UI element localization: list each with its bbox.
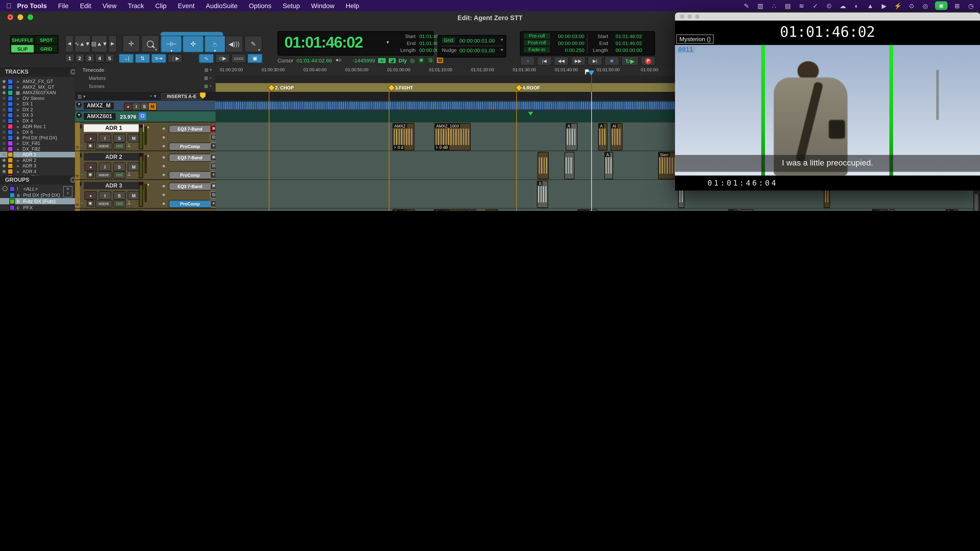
menu-item-audiosuite[interactable]: AudioSuite	[200, 2, 243, 10]
scrub-tool[interactable]: ◀)))	[225, 36, 243, 52]
devices-check-icon[interactable]: ✓	[811, 2, 819, 9]
monitor-circle-icon[interactable]: ◔	[80, 172, 83, 178]
clip-fx-icon[interactable]: ◪	[389, 58, 396, 63]
zoom-right-button[interactable]: ▶	[108, 35, 117, 52]
insert-procomp[interactable]: ProComp	[169, 143, 211, 151]
track-tools-icon[interactable]: ⚒	[76, 145, 79, 149]
track-view-chip[interactable]: wave	[95, 200, 113, 207]
insert-slot[interactable]: EQ3 7-Band	[160, 154, 208, 161]
audio-clip-a[interactable]: A	[566, 123, 578, 151]
sidebar-track-dx-1[interactable]: »DX 1	[0, 101, 78, 107]
link-track-edit-toggle[interactable]: ≡⇥	[151, 54, 166, 63]
insert-slot[interactable]: EQ3 7-Band	[160, 183, 208, 189]
sidebar-track-dx-fill2[interactable]: »DX_Fill2	[0, 146, 78, 152]
elastic-icon[interactable]: ✱	[87, 143, 94, 149]
insert-power-dot[interactable]	[162, 136, 165, 138]
audio-clip-10[interactable]: 10	[872, 209, 888, 211]
sidebar-track-dx-4[interactable]: »DX 4	[0, 118, 78, 124]
panels-icon[interactable]: ▥	[756, 2, 764, 9]
group-d[interactable]: dX Trks	[0, 210, 78, 211]
zoom-preset-4[interactable]: 4	[95, 54, 104, 63]
insert-eq3-7-band[interactable]: EQ3 7-Band	[169, 125, 211, 133]
sidebar-track-dx-3[interactable]: »DX 3	[0, 113, 78, 118]
return-to-zero-button[interactable]: |◀	[537, 56, 552, 65]
dots-icon[interactable]: ∴	[770, 2, 778, 9]
menu-item-setup[interactable]: Setup	[277, 2, 305, 10]
grid-label[interactable]: Grid	[442, 38, 455, 43]
track-tools-icon[interactable]: ⚒	[76, 174, 79, 178]
mode-spot-button[interactable]: SPOT	[35, 36, 58, 44]
post-roll-value[interactable]: 00:00:00:00	[550, 41, 584, 46]
copyright-icon[interactable]: ©	[825, 2, 833, 9]
audio-clip-a[interactable]: A	[598, 123, 608, 151]
insert-slot[interactable]: ProComp	[160, 200, 208, 207]
tr-length-value[interactable]: 00:00:00:00	[616, 48, 642, 53]
monitor-circle-icon[interactable]: ◔	[80, 143, 83, 149]
menu-item-help[interactable]: Help	[340, 2, 364, 10]
video-online-button[interactable]: O	[139, 113, 146, 120]
play-circle-icon[interactable]: ▶	[880, 2, 888, 9]
track-view-chip[interactable]: wave	[95, 171, 113, 179]
track-input-button[interactable]: I	[99, 134, 111, 143]
track-name[interactable]: ADR 1	[84, 124, 144, 132]
audio-clip-amxz[interactable]: AMXZ⊦ 0 d	[392, 123, 414, 151]
track-header-adr-4[interactable]: ▼⚒ADR 4▼●ISM◔✱wavered⊥EQ3 7-BandProComp▣…	[75, 208, 216, 211]
audio-clip-a[interactable]: A	[728, 209, 738, 211]
track-header-amxz-m[interactable]: ▼AMXZ_M●ISM	[75, 101, 216, 111]
track-name[interactable]: AMXZ_M	[84, 102, 114, 109]
insert-procomp[interactable]: ProComp	[169, 171, 211, 179]
scene-marker-icon[interactable]	[267, 84, 275, 92]
sidebar-track-adr-2[interactable]: »ADR 2	[0, 157, 78, 163]
inserts-header[interactable]: INSERTS A-E	[161, 93, 202, 100]
insert-slot[interactable]	[160, 134, 208, 141]
markers-add-icon[interactable]: ▦ +	[204, 76, 212, 81]
app-switcher-icon[interactable]: ⊞	[953, 2, 961, 9]
audio-clip-bad-g[interactable]: Bad G⊦ 0 d	[392, 209, 415, 211]
insert-power-dot[interactable]	[162, 156, 165, 158]
track-header-amxz601[interactable]: ▼AMXZ60123.976O	[75, 111, 216, 122]
selector-tool[interactable]: ✣	[183, 36, 204, 52]
sidebar-track-adr-4[interactable]: »ADR 4	[0, 168, 78, 174]
mode-shuffle-button[interactable]: SHUFFLE	[11, 36, 34, 44]
tracks-panel-header[interactable]: TRACKS ▼	[0, 67, 80, 77]
zoom-preset-1[interactable]: 1	[65, 54, 75, 63]
track-tools-icon[interactable]: ⚒	[76, 202, 79, 206]
track-name[interactable]: ADR 4	[84, 210, 144, 211]
sidebar-track-dx-2[interactable]: »DX 2	[0, 107, 78, 113]
loop-play-button[interactable]: ↻▶	[621, 56, 639, 65]
go-to-end-button[interactable]: ▶|	[588, 56, 603, 65]
clip-overlap-toggle[interactable]: ▣	[247, 54, 262, 63]
sidebar-track-adr-rec-1[interactable]: »ADR Rec 1	[0, 124, 78, 129]
zoom-preset-5[interactable]: 5	[105, 54, 115, 63]
ruler-row-timecode[interactable]: Timecode	[83, 67, 104, 73]
insert-slot[interactable]	[160, 162, 208, 169]
insert-power-dot[interactable]	[162, 144, 165, 147]
track-solo-button[interactable]: S	[113, 162, 126, 171]
counter-dropdown-icon[interactable]: ▼	[386, 40, 390, 44]
audio-clip[interactable]	[740, 209, 754, 211]
menu-item-file[interactable]: File	[52, 2, 74, 10]
monitor-icon[interactable]: ◔ ▾	[149, 93, 157, 99]
track-solo-button[interactable]: S	[113, 191, 126, 200]
nudge-label[interactable]: Nudge	[442, 48, 457, 53]
elastic-icon[interactable]: ✱	[87, 171, 94, 178]
layers-icon[interactable]: ≋	[797, 2, 806, 9]
group-radio[interactable]	[2, 186, 7, 191]
audio-clip-s[interactable]: S	[537, 181, 548, 208]
sidebar-track-amxz-fx-gt[interactable]: »AMXZ_FX_GT	[0, 79, 78, 84]
menu-item-pro-tools[interactable]: Pro Tools	[11, 2, 52, 10]
track-mute-button[interactable]: M	[127, 134, 140, 143]
insert-procomp[interactable]: ProComp	[169, 200, 211, 208]
main-counter[interactable]: 01:01:46:02	[285, 33, 363, 51]
scene-marker-icon[interactable]	[515, 84, 523, 92]
sidebar-track-dx-6[interactable]: »DX 6	[0, 129, 78, 135]
insert-eq3-7-band[interactable]: EQ3 7-Band	[169, 183, 211, 191]
facetime-camera-icon[interactable]: ▣	[935, 1, 947, 10]
fast-forward-button[interactable]: ▶▶	[571, 56, 586, 65]
track-header-adr-2[interactable]: ▼⚒ADR 2▼●ISM◔✱wavered⊥EQ3 7-BandProComp▣…	[75, 151, 216, 180]
eject-icon[interactable]: ▲	[866, 2, 875, 9]
scene-marker-icon[interactable]	[388, 84, 396, 92]
tr-end-value[interactable]: 01:01:46:02	[616, 41, 642, 46]
track-record-button[interactable]: ●	[84, 134, 97, 143]
menu-item-track[interactable]: Track	[122, 2, 150, 10]
